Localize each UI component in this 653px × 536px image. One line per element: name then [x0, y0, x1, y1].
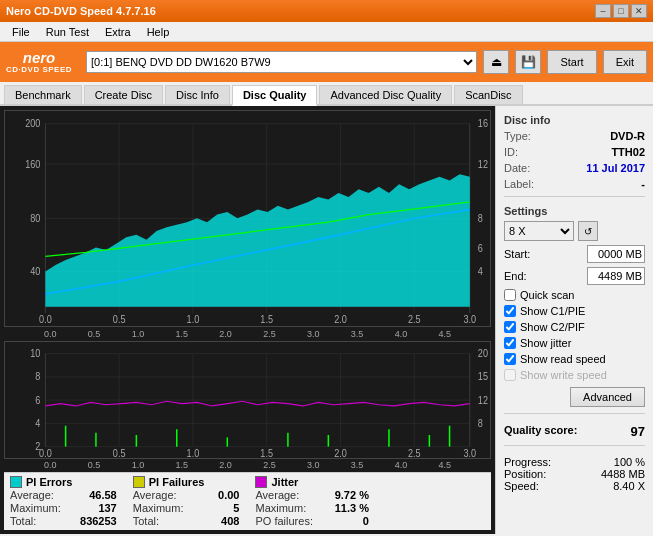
jitter-average-row: Average: 9.72 %	[255, 489, 368, 501]
speed-row: Speed: 8.40 X	[504, 480, 645, 492]
exit-button[interactable]: Exit	[603, 50, 647, 74]
svg-text:3.0: 3.0	[463, 313, 476, 325]
jitter-po-value: 0	[319, 515, 369, 527]
pi-errors-avg-label: Average:	[10, 489, 54, 501]
svg-text:2.5: 2.5	[408, 447, 421, 458]
pi-failures-avg-label: Average:	[133, 489, 177, 501]
svg-text:6: 6	[35, 394, 41, 406]
start-mb-input[interactable]	[587, 245, 645, 263]
end-mb-row: End:	[504, 267, 645, 285]
separator-2	[504, 413, 645, 414]
tab-create-disc[interactable]: Create Disc	[84, 85, 163, 104]
window-controls: – □ ✕	[595, 4, 647, 18]
pi-failures-label: PI Failures	[149, 476, 205, 488]
pi-errors-avg-value: 46.58	[67, 489, 117, 501]
logo: nero CD·DVD SPEED	[6, 50, 72, 74]
svg-text:0.5: 0.5	[113, 313, 126, 325]
svg-text:2.5: 2.5	[408, 313, 421, 325]
disc-date-value: 11 Jul 2017	[586, 162, 645, 174]
minimize-button[interactable]: –	[595, 4, 611, 18]
quick-scan-label: Quick scan	[520, 289, 574, 301]
lower-chart: 10 8 6 4 2 20 15 12 8	[4, 341, 491, 459]
menu-help[interactable]: Help	[139, 25, 178, 39]
show-jitter-checkbox[interactable]	[504, 337, 516, 349]
pi-failures-avg-value: 0.00	[189, 489, 239, 501]
menu-file[interactable]: File	[4, 25, 38, 39]
svg-text:160: 160	[25, 158, 40, 170]
svg-text:15: 15	[478, 370, 489, 382]
quality-score-label: Quality score:	[504, 424, 577, 439]
svg-text:1.0: 1.0	[187, 313, 200, 325]
svg-text:8: 8	[35, 370, 41, 382]
pi-errors-average-row: Average: 46.58	[10, 489, 117, 501]
logo-nero: nero	[23, 50, 56, 65]
pi-errors-color	[10, 476, 22, 488]
main-content: 200 160 80 40 16 12 8 6 4 0.0 0.5 1.0	[0, 106, 653, 534]
jitter-po-label: PO failures:	[255, 515, 312, 527]
show-read-speed-checkbox[interactable]	[504, 353, 516, 365]
separator-1	[504, 196, 645, 197]
save-icon[interactable]: 💾	[515, 50, 541, 74]
disc-label-label: Label:	[504, 178, 534, 190]
quick-scan-checkbox[interactable]	[504, 289, 516, 301]
svg-text:0.5: 0.5	[113, 447, 126, 458]
quick-scan-row: Quick scan	[504, 289, 645, 301]
eject-icon[interactable]: ⏏	[483, 50, 509, 74]
start-button[interactable]: Start	[547, 50, 596, 74]
svg-text:4: 4	[35, 417, 41, 429]
tab-benchmark[interactable]: Benchmark	[4, 85, 82, 104]
end-mb-input[interactable]	[587, 267, 645, 285]
close-button[interactable]: ✕	[631, 4, 647, 18]
disc-date-label: Date:	[504, 162, 530, 174]
chart-area: 200 160 80 40 16 12 8 6 4 0.0 0.5 1.0	[0, 106, 495, 534]
maximize-button[interactable]: □	[613, 4, 629, 18]
show-c2pif-checkbox[interactable]	[504, 321, 516, 333]
jitter-max-label: Maximum:	[255, 502, 306, 514]
svg-text:1.5: 1.5	[260, 313, 273, 325]
pi-failures-total-label: Total:	[133, 515, 159, 527]
svg-text:10: 10	[30, 347, 41, 359]
title-bar: Nero CD-DVD Speed 4.7.7.16 – □ ✕	[0, 0, 653, 22]
tab-disc-quality[interactable]: Disc Quality	[232, 85, 318, 106]
disc-id-label: ID:	[504, 146, 518, 158]
menu-run-test[interactable]: Run Test	[38, 25, 97, 39]
menu-extra[interactable]: Extra	[97, 25, 139, 39]
show-c1pie-checkbox[interactable]	[504, 305, 516, 317]
svg-text:8: 8	[478, 417, 484, 429]
jitter-po-row: PO failures: 0	[255, 515, 368, 527]
pi-errors-total-value: 836253	[67, 515, 117, 527]
logo-sub: CD·DVD SPEED	[6, 65, 72, 74]
jitter-max-row: Maximum: 11.3 %	[255, 502, 368, 514]
drive-selector[interactable]: [0:1] BENQ DVD DD DW1620 B7W9	[86, 51, 477, 73]
show-write-speed-checkbox[interactable]	[504, 369, 516, 381]
refresh-icon[interactable]: ↺	[578, 221, 598, 241]
disc-info-title: Disc info	[504, 114, 645, 126]
legend-pi-errors: PI Errors Average: 46.58 Maximum: 137 To…	[10, 476, 117, 527]
svg-text:20: 20	[478, 347, 489, 359]
tab-advanced-disc-quality[interactable]: Advanced Disc Quality	[319, 85, 452, 104]
separator-3	[504, 445, 645, 446]
tab-scandisc[interactable]: ScanDisc	[454, 85, 522, 104]
legend-jitter: Jitter Average: 9.72 % Maximum: 11.3 % P…	[255, 476, 368, 527]
jitter-avg-value: 9.72 %	[319, 489, 369, 501]
pi-errors-label: PI Errors	[26, 476, 72, 488]
disc-type-label: Type:	[504, 130, 531, 142]
progress-row: Progress: 100 %	[504, 456, 645, 468]
disc-label-row: Label: -	[504, 178, 645, 190]
pi-failures-total-row: Total: 408	[133, 515, 240, 527]
disc-date-row: Date: 11 Jul 2017	[504, 162, 645, 174]
advanced-button[interactable]: Advanced	[570, 387, 645, 407]
svg-text:12: 12	[478, 394, 488, 406]
speed-selector[interactable]: 8 X Maximum 2 X 4 X 6 X 12 X 16 X	[504, 221, 574, 241]
start-mb-label: Start:	[504, 248, 530, 260]
tab-disc-info[interactable]: Disc Info	[165, 85, 230, 104]
legend-pi-failures: PI Failures Average: 0.00 Maximum: 5 Tot…	[133, 476, 240, 527]
pi-errors-max-label: Maximum:	[10, 502, 61, 514]
position-row: Position: 4488 MB	[504, 468, 645, 480]
svg-text:0.0: 0.0	[39, 313, 52, 325]
progress-label: Progress:	[504, 456, 551, 468]
speed-row: 8 X Maximum 2 X 4 X 6 X 12 X 16 X ↺	[504, 221, 645, 241]
tab-bar: Benchmark Create Disc Disc Info Disc Qua…	[0, 82, 653, 106]
position-label: Position:	[504, 468, 546, 480]
show-write-speed-label: Show write speed	[520, 369, 607, 381]
